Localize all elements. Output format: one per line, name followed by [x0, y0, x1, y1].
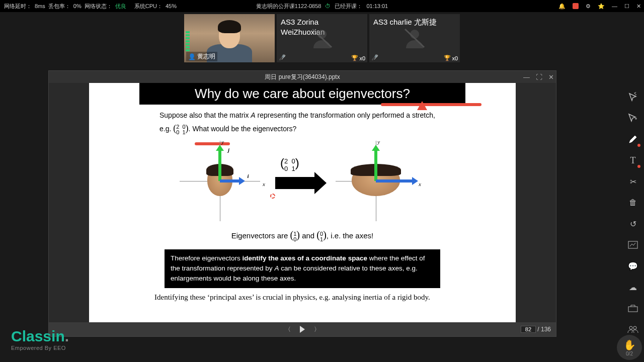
axes-right: x y — [336, 141, 416, 221]
scissors-tool[interactable]: ✂ — [626, 175, 639, 188]
elapsed-value: 01:13:01 — [366, 3, 388, 9]
slide-heading: Why do we care about eigenvectors? — [139, 83, 465, 105]
axis-x-label: x — [263, 181, 265, 187]
teacher-video[interactable]: 👤黄志明 — [184, 14, 275, 62]
laser-pointer — [270, 194, 275, 199]
document-window: 周日 pure复习(364034).pptx — ⛶ ✕ Why do we c… — [48, 70, 556, 337]
pin-icon[interactable]: ⭐ — [598, 3, 605, 10]
unit-j-label: j — [228, 147, 229, 153]
document-titlebar: 周日 pure复习(364034).pptx — ⛶ ✕ — [49, 71, 556, 83]
roster-tool[interactable] — [626, 323, 639, 336]
prev-slide-button[interactable]: 〈 — [285, 325, 291, 334]
axis-y-label: y — [377, 139, 380, 145]
latency-value: 8ms — [35, 3, 45, 9]
cpu-value: 45% — [166, 3, 177, 9]
bell-icon[interactable]: 🔔 — [558, 3, 566, 10]
vector-i-right — [376, 179, 413, 183]
slide-content: Why do we care about eigenvectors? Suppo… — [89, 83, 516, 322]
axes-left: x y j i — [180, 141, 260, 221]
clock-icon: ⏱ — [325, 3, 331, 9]
elapsed-label: 已经开课： — [335, 3, 362, 10]
axis-x-label: x — [419, 181, 421, 187]
slide-footer-text: Identifying these ‘principal axes’ is cr… — [89, 288, 516, 302]
undo-tool[interactable]: ↺ — [626, 217, 639, 230]
page-total: 136 — [541, 326, 551, 333]
slide-callout-box: Therefore eigenvectors identify the axes… — [165, 249, 440, 288]
user-icon: 👤 — [188, 53, 196, 60]
vector-j-left — [218, 150, 221, 181]
trophy-badge-2: 🏆x0 — [444, 55, 458, 61]
camera-off-icon — [309, 27, 335, 49]
maximize-button[interactable]: ☐ — [624, 3, 629, 10]
svg-point-7 — [633, 326, 636, 329]
loss-label: 丢包率： — [48, 3, 70, 10]
net-status: 优良 — [115, 3, 126, 10]
vector-i-left — [220, 179, 240, 183]
chat-tool[interactable]: 💬 — [626, 259, 639, 273]
slide-paragraph: Suppose also that the matrix A represent… — [89, 105, 516, 136]
matrix-display: (2 00 1) — [280, 156, 299, 172]
click-tool[interactable] — [626, 90, 639, 104]
gear-icon[interactable]: ⚙ — [586, 3, 591, 10]
toolbox-tool[interactable] — [626, 302, 639, 315]
vector-j-right — [374, 150, 377, 181]
mic-muted-icon: 🎤̸ — [279, 54, 286, 61]
unit-i-label: i — [247, 173, 249, 179]
cpu-label: 系统CPU： — [134, 3, 163, 10]
net-label: 网络状态： — [85, 3, 112, 10]
axis-y-label: y — [221, 139, 224, 145]
raise-hand-button[interactable]: ✋ 0/2 — [617, 335, 642, 360]
mic-muted-icon: 🎤̸ — [371, 54, 378, 61]
volume-meter — [186, 18, 190, 51]
pen-tool[interactable] — [626, 133, 639, 146]
slide-diagram: x y j i (2 00 1) x y — [89, 141, 516, 226]
transform-arrow — [275, 177, 315, 189]
brand-logo: Classin. Empowered By EEO — [11, 328, 69, 351]
next-slide-button[interactable]: 〉 — [314, 325, 320, 334]
annotation-arrow-up — [417, 101, 427, 110]
close-button[interactable]: ✕ — [636, 3, 641, 10]
trophy-icon: 🏆 — [444, 55, 451, 61]
document-title: 周日 pure复习(364034).pptx — [265, 73, 340, 81]
delete-tool[interactable]: 🗑 — [626, 196, 639, 209]
minimize-button[interactable]: — — [612, 3, 617, 9]
top-status-bar: 网络延时： 8ms 丢包率： 0% 网络状态： 优良 系统CPU： 45% 黄志… — [0, 0, 644, 12]
loss-value: 0% — [73, 3, 82, 9]
svg-rect-5 — [628, 307, 637, 312]
hand-count: 0/2 — [626, 351, 633, 356]
trophy-badge-1: 🏆x0 — [351, 55, 365, 61]
class-title: 黄志明的公开课1122-0858 — [256, 3, 321, 10]
doc-close-button[interactable]: ✕ — [548, 73, 554, 81]
slide-pager: 〈 〉 / 136 — [49, 322, 556, 336]
board-tool[interactable] — [626, 238, 639, 251]
right-toolbar: T ✂ 🗑 ↺ 💬 ☁ — [622, 90, 644, 336]
page-sep: / — [537, 326, 541, 333]
play-slide-button[interactable] — [300, 326, 305, 333]
latency-label: 网络延时： — [4, 3, 32, 10]
annotation-underline-1 — [381, 103, 481, 106]
cloud-tool[interactable]: ☁ — [626, 281, 639, 294]
doc-maximize-button[interactable]: ⛶ — [536, 73, 542, 81]
svg-point-6 — [629, 326, 632, 329]
page-input[interactable] — [521, 326, 536, 333]
text-tool[interactable]: T — [626, 154, 639, 167]
student-video-1[interactable]: AS3 Zorina WeiZhuoxian 🎤̸ 🏆x0 — [277, 14, 367, 62]
record-icon[interactable] — [573, 3, 579, 9]
eigenvector-line: Eigenvectors are (10) and (01), i.e. the… — [89, 229, 516, 242]
teacher-name: 黄志明 — [197, 52, 215, 61]
student-video-2[interactable]: AS3 charlie 尤斯捷 🎤̸ 🏆x0 — [369, 14, 460, 62]
move-tool[interactable] — [626, 112, 639, 125]
camera-off-icon — [402, 27, 427, 49]
trophy-icon: 🏆 — [351, 55, 358, 61]
hand-icon: ✋ — [623, 339, 636, 351]
doc-minimize-button[interactable]: — — [523, 73, 530, 81]
video-row: 👤黄志明 AS3 Zorina WeiZhuoxian 🎤̸ 🏆x0 AS3 c… — [0, 12, 644, 64]
